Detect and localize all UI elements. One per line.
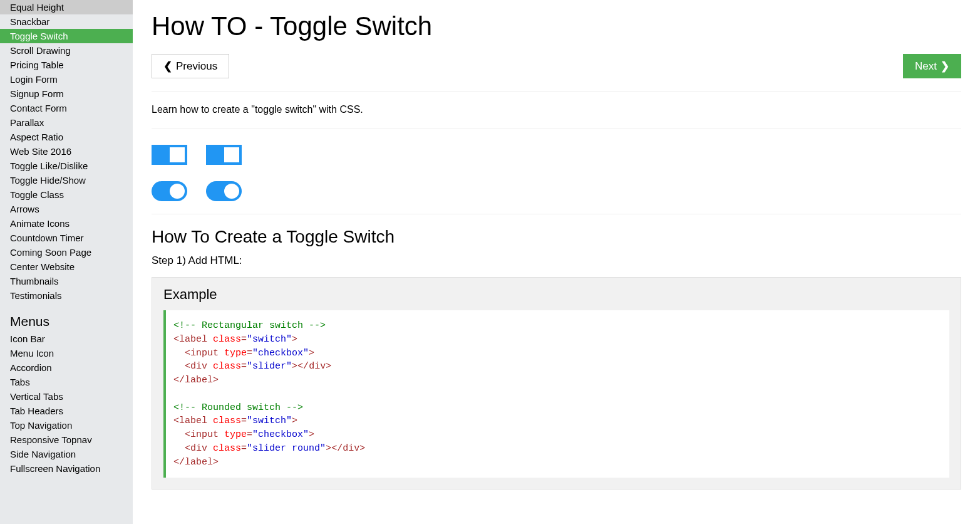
switch-rounded-on[interactable] bbox=[152, 181, 187, 201]
switch-rounded-on-2[interactable] bbox=[206, 181, 242, 201]
sidebar-item[interactable]: Contact Form bbox=[0, 101, 133, 115]
page-title: How TO - Toggle Switch bbox=[152, 11, 961, 41]
sidebar-item[interactable]: Countdown Timer bbox=[0, 231, 133, 245]
sidebar-item[interactable]: Fullscreen Navigation bbox=[0, 461, 133, 476]
sidebar-item[interactable]: Animate Icons bbox=[0, 216, 133, 231]
switch-demo-row-1 bbox=[152, 145, 961, 165]
switch-rectangular-on-2[interactable] bbox=[206, 145, 242, 165]
example-box: Example <!-- Rectangular switch --> <lab… bbox=[152, 277, 961, 490]
sidebar-item[interactable]: Login Form bbox=[0, 72, 133, 86]
chevron-left-icon: ❮ bbox=[163, 60, 172, 73]
sidebar-item[interactable]: Menu Icon bbox=[0, 346, 133, 360]
sidebar-item[interactable]: Scroll Drawing bbox=[0, 43, 133, 58]
sidebar-item[interactable]: Icon Bar bbox=[0, 332, 133, 346]
intro-text: Learn how to create a "toggle switch" wi… bbox=[152, 104, 961, 115]
sidebar-item[interactable]: Responsive Topnav bbox=[0, 432, 133, 447]
sidebar-item[interactable]: Tab Headers bbox=[0, 404, 133, 418]
section-title: How To Create a Toggle Switch bbox=[152, 227, 961, 247]
sidebar-item[interactable]: Signup Form bbox=[0, 86, 133, 101]
sidebar-item[interactable]: Toggle Like/Dislike bbox=[0, 159, 133, 173]
example-title: Example bbox=[163, 286, 949, 303]
sidebar-item[interactable]: Top Navigation bbox=[0, 418, 133, 432]
sidebar-item[interactable]: Parallax bbox=[0, 115, 133, 130]
next-button[interactable]: Next ❯ bbox=[903, 54, 961, 78]
previous-label: Previous bbox=[176, 60, 217, 73]
sidebar-item[interactable]: Side Navigation bbox=[0, 447, 133, 461]
sidebar-item[interactable]: Tabs bbox=[0, 375, 133, 389]
previous-button[interactable]: ❮ Previous bbox=[152, 54, 229, 78]
sidebar-item[interactable]: Web Site 2016 bbox=[0, 144, 133, 159]
sidebar-item[interactable]: Equal Height bbox=[0, 0, 133, 14]
divider bbox=[152, 91, 961, 92]
divider bbox=[152, 214, 961, 214]
sidebar-item[interactable]: Testimonials bbox=[0, 288, 133, 303]
sidebar-item[interactable]: Arrows bbox=[0, 202, 133, 216]
switch-rectangular-on[interactable] bbox=[152, 145, 187, 165]
sidebar-item[interactable]: Center Website bbox=[0, 259, 133, 274]
chevron-right-icon: ❯ bbox=[941, 60, 949, 73]
sidebar-item[interactable]: Vertical Tabs bbox=[0, 389, 133, 404]
sidebar-item[interactable]: Toggle Class bbox=[0, 187, 133, 202]
sidebar-item[interactable]: Thumbnails bbox=[0, 274, 133, 288]
code-block: <!-- Rectangular switch --> <label class… bbox=[163, 310, 949, 478]
sidebar-item[interactable]: Accordion bbox=[0, 360, 133, 375]
step-1: Step 1) Add HTML: bbox=[152, 254, 961, 267]
switch-demo-row-2 bbox=[152, 181, 961, 201]
nav-buttons: ❮ Previous Next ❯ bbox=[152, 54, 961, 78]
main-content: How TO - Toggle Switch ❮ Previous Next ❯… bbox=[133, 0, 980, 524]
sidebar-heading-menus: Menus bbox=[0, 303, 133, 332]
sidebar-item[interactable]: Toggle Switch bbox=[0, 29, 133, 43]
sidebar: Equal HeightSnackbarToggle SwitchScroll … bbox=[0, 0, 133, 524]
next-label: Next bbox=[915, 60, 937, 73]
sidebar-item[interactable]: Aspect Ratio bbox=[0, 130, 133, 144]
sidebar-item[interactable]: Pricing Table bbox=[0, 58, 133, 72]
sidebar-item[interactable]: Snackbar bbox=[0, 14, 133, 29]
sidebar-item[interactable]: Toggle Hide/Show bbox=[0, 173, 133, 187]
sidebar-item[interactable]: Coming Soon Page bbox=[0, 245, 133, 259]
divider bbox=[152, 128, 961, 128]
